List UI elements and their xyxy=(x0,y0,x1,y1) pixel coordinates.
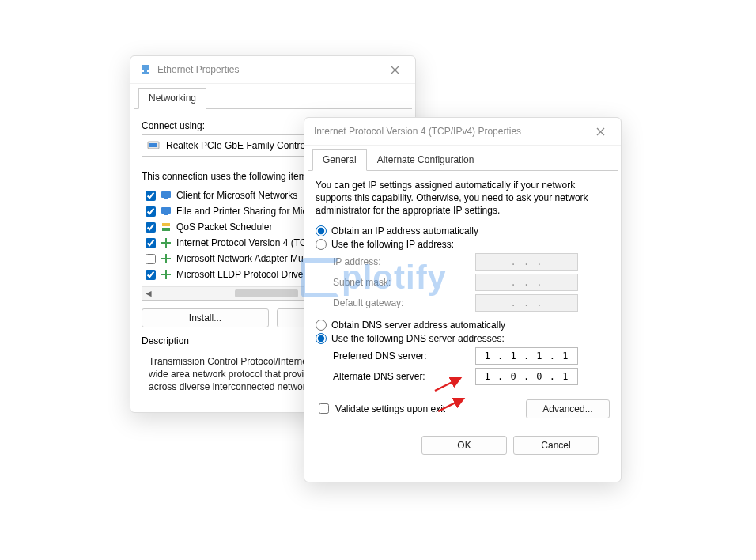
tab-general[interactable]: General xyxy=(312,149,367,171)
radio-obtain-ip[interactable]: Obtain an IP address automatically xyxy=(316,225,610,236)
radio-use-dns-label: Use the following DNS server addresses: xyxy=(331,333,505,344)
preferred-dns-field[interactable]: 1 . 1 . 1 . 1 xyxy=(475,347,578,365)
item-label: QoS Packet Scheduler xyxy=(176,221,272,233)
ethernet-icon xyxy=(140,64,151,75)
ip-address-field: . . . xyxy=(475,253,578,271)
svg-rect-6 xyxy=(164,198,168,199)
ipv4-titlebar: Internet Protocol Version 4 (TCP/IPv4) P… xyxy=(304,118,621,146)
svg-rect-5 xyxy=(161,191,171,198)
alternate-dns-field[interactable]: 1 . 0 . 0 . 1 xyxy=(475,368,578,385)
item-label: Microsoft Network Adapter Mult xyxy=(176,253,308,264)
scroll-thumb-h[interactable] xyxy=(235,289,298,297)
radio-obtain-dns-input[interactable] xyxy=(316,320,327,331)
item-checkbox[interactable] xyxy=(146,238,156,248)
advanced-button[interactable]: Advanced... xyxy=(526,399,610,418)
item-checkbox[interactable] xyxy=(146,191,156,201)
validate-settings-checkbox[interactable] xyxy=(319,403,329,414)
network-adapter-icon xyxy=(147,140,160,151)
preferred-dns-label: Preferred DNS server: xyxy=(333,350,475,361)
client-icon xyxy=(161,190,172,201)
item-checkbox[interactable] xyxy=(146,254,156,264)
svg-rect-4 xyxy=(149,143,157,147)
item-label: Microsoft LLDP Protocol Driver xyxy=(176,269,307,280)
adapter-name: Realtek PCIe GbE Family Controlle xyxy=(166,140,315,151)
radio-obtain-ip-input[interactable] xyxy=(316,225,327,236)
alternate-dns-label: Alternate DNS server: xyxy=(333,371,475,382)
svg-rect-8 xyxy=(164,214,168,215)
qos-icon xyxy=(161,221,172,233)
ipv4-properties-window: Internet Protocol Version 4 (TCP/IPv4) P… xyxy=(304,117,622,482)
ethernet-close-button[interactable] xyxy=(380,59,409,81)
radio-obtain-dns-label: Obtain DNS server address automatically xyxy=(331,320,505,331)
ipv4-close-button[interactable] xyxy=(586,120,614,142)
ethernet-titlebar: Ethernet Properties xyxy=(130,56,415,84)
protocol-icon xyxy=(161,237,172,248)
cancel-button[interactable]: Cancel xyxy=(513,436,599,455)
protocol-icon xyxy=(161,269,172,280)
radio-obtain-dns[interactable]: Obtain DNS server address automatically xyxy=(316,320,610,331)
ok-button[interactable]: OK xyxy=(421,436,507,455)
share-icon xyxy=(161,206,172,217)
item-label: Client for Microsoft Networks xyxy=(176,190,297,201)
scroll-left-icon[interactable]: ◄ xyxy=(142,288,155,299)
svg-rect-1 xyxy=(144,70,147,72)
ipv4-tabs: General Alternate Configuration xyxy=(308,146,618,171)
ipv4-title: Internet Protocol Version 4 (TCP/IPv4) P… xyxy=(314,126,521,137)
svg-rect-10 xyxy=(162,228,170,231)
item-checkbox[interactable] xyxy=(146,206,156,217)
radio-use-ip-label: Use the following IP address: xyxy=(331,239,454,250)
ipv4-intro-text: You can get IP settings assigned automat… xyxy=(316,179,610,218)
item-label: Internet Protocol Version 4 (TCI xyxy=(176,237,309,248)
radio-obtain-ip-label: Obtain an IP address automatically xyxy=(331,225,478,236)
item-checkbox[interactable] xyxy=(146,270,156,280)
default-gateway-field: . . . xyxy=(475,294,578,312)
ethernet-tabs: Networking xyxy=(134,84,412,109)
radio-use-dns[interactable]: Use the following DNS server addresses: xyxy=(316,333,610,344)
svg-rect-0 xyxy=(142,65,149,70)
tab-networking[interactable]: Networking xyxy=(138,88,206,109)
svg-rect-9 xyxy=(162,223,170,226)
radio-use-ip[interactable]: Use the following IP address: xyxy=(316,239,610,250)
ethernet-title: Ethernet Properties xyxy=(157,64,239,75)
svg-rect-14 xyxy=(161,258,171,259)
ip-address-label: IP address: xyxy=(333,256,475,267)
install-button[interactable]: Install... xyxy=(142,308,269,327)
item-checkbox[interactable] xyxy=(146,222,156,233)
radio-use-ip-input[interactable] xyxy=(316,239,327,250)
svg-rect-16 xyxy=(161,274,171,275)
tab-alternate-configuration[interactable]: Alternate Configuration xyxy=(367,149,485,171)
default-gateway-label: Default gateway: xyxy=(333,297,475,308)
svg-rect-7 xyxy=(161,207,171,214)
svg-rect-12 xyxy=(161,242,171,244)
svg-rect-2 xyxy=(142,72,149,74)
subnet-mask-field: . . . xyxy=(475,274,578,291)
validate-settings-label: Validate settings upon exit xyxy=(335,403,526,414)
protocol-icon xyxy=(161,253,172,264)
subnet-mask-label: Subnet mask: xyxy=(333,277,475,288)
item-label: File and Printer Sharing for Micr xyxy=(176,206,310,217)
radio-use-dns-input[interactable] xyxy=(316,333,327,344)
